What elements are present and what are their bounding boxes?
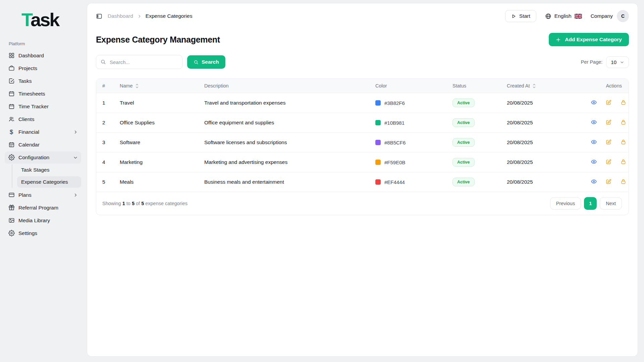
lock-button[interactable] <box>620 99 627 106</box>
table-row: 4 Marketing Marketing and advertising ex… <box>96 153 629 172</box>
cell-status: Active <box>448 172 502 192</box>
chevron-down-icon <box>620 60 624 64</box>
lock-button[interactable] <box>620 159 627 165</box>
per-page-select[interactable]: 10 <box>606 56 629 68</box>
breadcrumb-current: Expense Categories <box>146 13 193 19</box>
chevron-down-icon <box>73 155 78 160</box>
sidebar-item-clients[interactable]: Clients <box>5 113 81 125</box>
sort-icon <box>135 83 139 88</box>
cell-description: Software licenses and subscriptions <box>200 133 371 153</box>
edit-button[interactable] <box>605 119 612 125</box>
account-menu[interactable]: Company C <box>591 10 629 22</box>
cell-actions <box>586 133 629 153</box>
color-swatch <box>375 160 381 165</box>
sidebar-item-projects[interactable]: Projects <box>5 62 81 74</box>
sidebar-item-label: Task Stages <box>21 167 49 173</box>
start-timer-button[interactable]: Start <box>505 10 536 22</box>
edit-icon <box>605 119 612 125</box>
cell-index: 2 <box>96 113 115 133</box>
sidebar-item-expense-categories[interactable]: Expense Categories <box>17 176 81 188</box>
cell-created-at: 20/08/2025 <box>502 153 586 172</box>
users-icon <box>8 116 15 123</box>
sidebar-toggle-button[interactable] <box>96 13 102 19</box>
cell-actions <box>586 113 629 133</box>
eye-icon <box>591 99 597 106</box>
cell-actions <box>586 153 629 172</box>
sidebar-item-dashboard[interactable]: Dashboard <box>5 50 81 62</box>
main-content: Dashboard Expense Categories Start Engli… <box>87 3 638 357</box>
column-header-description: Description <box>200 79 371 93</box>
title-row: Expense Category Management Add Expense … <box>87 25 638 46</box>
lock-button[interactable] <box>620 119 627 125</box>
sidebar-item-referral-program[interactable]: Referral Program <box>5 202 81 214</box>
sidebar-item-settings[interactable]: Settings <box>5 227 81 239</box>
configuration-subnav: Task Stages Expense Categories <box>12 164 81 188</box>
sidebar-item-timesheets[interactable]: Timesheets <box>5 88 81 100</box>
cell-description: Marketing and advertising expenses <box>200 153 371 172</box>
logo-rest: ask <box>31 9 59 30</box>
avatar[interactable]: C <box>617 10 629 22</box>
app-logo[interactable]: Task <box>5 5 81 30</box>
edit-button[interactable] <box>605 99 612 106</box>
play-icon <box>511 14 516 19</box>
eye-icon <box>591 119 597 125</box>
sidebar-item-media-library[interactable]: Media Library <box>5 215 81 227</box>
cell-color: #3B82F6 <box>371 93 448 113</box>
sidebar-item-calendar[interactable]: Calendar <box>5 139 81 151</box>
view-button[interactable] <box>591 178 597 185</box>
page-1-button[interactable]: 1 <box>584 197 597 210</box>
sidebar-item-label: Calendar <box>18 142 40 148</box>
sidebar-item-task-stages[interactable]: Task Stages <box>17 164 81 176</box>
sidebar-item-configuration[interactable]: Configuration <box>5 152 81 164</box>
status-badge: Active <box>452 118 475 127</box>
company-label: Company <box>591 13 613 19</box>
cell-status: Active <box>448 113 502 133</box>
breadcrumb-dashboard[interactable]: Dashboard <box>108 13 133 19</box>
sidebar-item-financial[interactable]: $ Financial <box>5 126 81 138</box>
sidebar-item-time-tracker[interactable]: Time Tracker <box>5 101 81 113</box>
sidebar-item-plans[interactable]: Plans <box>5 189 81 201</box>
calendar-days-icon <box>8 141 15 148</box>
view-button[interactable] <box>591 119 597 125</box>
color-hex: #EF4444 <box>384 179 405 185</box>
lock-button[interactable] <box>620 139 627 145</box>
gift-icon <box>8 204 15 211</box>
sidebar-item-tasks[interactable]: Tasks <box>5 75 81 87</box>
gear-icon <box>8 230 15 237</box>
cell-color: #8B5CF6 <box>371 133 448 153</box>
edit-button[interactable] <box>605 178 612 185</box>
status-badge: Active <box>452 158 475 167</box>
add-expense-category-button[interactable]: Add Expense Category <box>549 33 629 46</box>
configuration-subnav-wrap: Task Stages Expense Categories <box>5 164 81 188</box>
eye-icon <box>591 159 597 165</box>
cell-created-at: 20/08/2025 <box>502 93 586 113</box>
sidebar-section-label: Platform <box>9 41 81 46</box>
lock-icon <box>620 119 627 125</box>
uk-flag-icon <box>575 14 582 19</box>
search-input[interactable] <box>96 55 182 69</box>
previous-page-button[interactable]: Previous <box>550 197 581 209</box>
lock-button[interactable] <box>620 178 627 185</box>
color-hex: #10B981 <box>384 120 405 126</box>
edit-button[interactable] <box>605 139 612 145</box>
column-header-created-at[interactable]: Created At <box>502 79 586 93</box>
start-button-label: Start <box>519 13 530 19</box>
column-header-name[interactable]: Name <box>115 79 200 93</box>
view-button[interactable] <box>591 139 597 145</box>
lock-icon <box>620 178 627 185</box>
view-button[interactable] <box>591 99 597 106</box>
check-square-icon <box>8 78 15 84</box>
search-button[interactable]: Search <box>187 55 225 69</box>
expense-categories-table-card: # Name Description Color Status Created … <box>96 78 629 215</box>
next-page-button[interactable]: Next <box>600 197 622 209</box>
cell-name: Office Supplies <box>115 113 200 133</box>
topbar: Dashboard Expense Categories Start Engli… <box>87 3 638 25</box>
edit-button[interactable] <box>605 159 612 165</box>
results-summary: Showing 1 to 5 of 5 expense categories <box>102 201 187 206</box>
sidebar: Task Platform Dashboard Projects Tasks T… <box>0 0 86 362</box>
view-button[interactable] <box>591 159 597 165</box>
language-selector[interactable]: English <box>545 13 582 19</box>
table-row: 3 Software Software licenses and subscri… <box>96 133 629 153</box>
status-badge: Active <box>452 178 475 186</box>
table-row: 1 Travel Travel and transportation expen… <box>96 93 629 113</box>
